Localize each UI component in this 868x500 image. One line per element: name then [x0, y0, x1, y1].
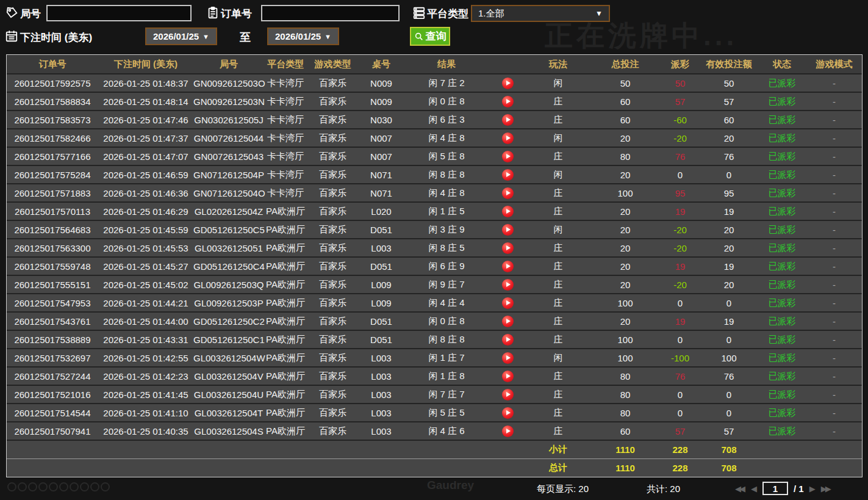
total-count-label: 共计: 20	[647, 484, 680, 495]
date-to-picker[interactable]: 2026/01/25 ▼	[267, 27, 339, 45]
game-type-cell: 百家乐	[307, 74, 359, 92]
valid-bet-cell: 20	[700, 129, 758, 147]
play-icon	[506, 99, 511, 104]
next-page-button[interactable]: ▶	[809, 484, 816, 493]
play-video-button[interactable]	[502, 407, 514, 419]
game-no-cell: GL0202612504Z	[193, 202, 264, 220]
query-button[interactable]: 查询	[410, 27, 450, 46]
status-badge: 已派彩	[758, 92, 806, 111]
table-no-cell: N009	[359, 92, 404, 111]
play-video-button[interactable]	[502, 389, 514, 400]
col-status: 状态	[758, 55, 806, 74]
result-cell: 闲 5 庄 5	[404, 404, 489, 422]
platform-cell: PA欧洲厅	[264, 349, 307, 367]
order-no-cell: 260125017564683	[7, 220, 98, 239]
play-video-button[interactable]	[502, 261, 514, 272]
play-video-button[interactable]	[502, 316, 514, 327]
play-video-button[interactable]	[502, 206, 514, 217]
game-type-cell: 百家乐	[307, 385, 359, 404]
chevron-down-icon: ▼	[203, 33, 209, 40]
platform-cell: PA欧洲厅	[264, 202, 307, 220]
game-no-input[interactable]	[46, 5, 192, 21]
status-badge: 已派彩	[758, 275, 806, 294]
game-mode-cell: -	[806, 422, 862, 440]
result-cell: 闲 3 庄 9	[404, 220, 489, 239]
platform-type-icon	[412, 6, 426, 20]
first-page-button[interactable]: ◀◀	[735, 484, 745, 493]
table-no-cell: D051	[359, 220, 404, 239]
play-video-button[interactable]	[502, 169, 514, 181]
status-badge: 已派彩	[758, 385, 806, 404]
play-video-button[interactable]	[502, 334, 514, 346]
play-video-button[interactable]	[502, 279, 514, 291]
valid-bet-cell: 95	[700, 184, 758, 202]
payout-cell: -20	[660, 239, 700, 257]
payout-cell: -20	[660, 220, 700, 239]
bet-type-cell: 庄	[526, 257, 590, 275]
play-video-button[interactable]	[502, 371, 514, 382]
bet-time-cell: 2026-01-25 01:45:59	[98, 220, 193, 239]
game-mode-cell: -	[806, 330, 862, 349]
subtotal-spacer	[758, 440, 862, 458]
bet-type-cell: 庄	[526, 202, 590, 220]
last-page-button[interactable]: ▶▶	[821, 484, 831, 493]
table-row: 260125017592575 2026-01-25 01:48:37 GN00…	[7, 74, 862, 92]
order-no-cell: 260125017527244	[7, 367, 98, 385]
bet-type-cell: 庄	[526, 147, 590, 165]
prev-page-button[interactable]: ◀	[751, 484, 757, 493]
game-no-cell: GD051261250C1	[193, 330, 264, 349]
table-row: 260125017527244 2026-01-25 01:42:23 GL00…	[7, 367, 862, 385]
table-no-cell: D051	[359, 330, 404, 349]
bet-time-cell: 2026-01-25 01:41:45	[98, 385, 193, 404]
payout-cell: 76	[660, 367, 700, 385]
play-video-button[interactable]	[502, 114, 514, 126]
game-type-cell: 百家乐	[307, 257, 359, 275]
filter-bar: 局号 订单号 平台类型 1.全部 ▼ 下注时间 (美东) 2026/01/25 …	[0, 0, 868, 54]
valid-bet-cell: 76	[700, 367, 758, 385]
total-bet-cell: 20	[590, 220, 660, 239]
date-from-picker[interactable]: 2026/01/25 ▼	[145, 27, 217, 45]
order-no-input[interactable]	[261, 5, 400, 21]
play-icon	[506, 410, 511, 415]
game-type-cell: 百家乐	[307, 294, 359, 312]
total-row: 总计 1110 228 708	[7, 458, 862, 477]
total-bet-cell: 20	[590, 239, 660, 257]
game-type-cell: 百家乐	[307, 349, 359, 367]
play-video-button[interactable]	[502, 426, 514, 437]
play-video-button[interactable]	[502, 187, 514, 199]
play-video-button[interactable]	[502, 297, 514, 309]
platform-cell: PA欧洲厅	[264, 422, 307, 440]
game-type-cell: 百家乐	[307, 202, 359, 220]
game-no-label: 局号	[20, 7, 41, 21]
valid-bet-cell: 60	[700, 111, 758, 129]
play-icon	[506, 374, 511, 379]
play-video-button[interactable]	[502, 352, 514, 364]
subtotal-spacer	[7, 440, 526, 458]
platform-cell: 卡卡湾厅	[264, 92, 307, 111]
play-video-button[interactable]	[502, 224, 514, 236]
status-badge: 已派彩	[758, 312, 806, 330]
game-mode-cell: -	[806, 165, 862, 184]
play-video-button[interactable]	[502, 78, 514, 89]
play-video-button[interactable]	[502, 242, 514, 254]
search-icon	[414, 32, 424, 42]
payout-cell: 19	[660, 312, 700, 330]
play-video-button[interactable]	[502, 96, 514, 107]
game-type-cell: 百家乐	[307, 275, 359, 294]
platform-cell: PA欧洲厅	[264, 294, 307, 312]
order-no-cell: 260125017582466	[7, 129, 98, 147]
payout-cell: -60	[660, 111, 700, 129]
payout-cell: -20	[660, 129, 700, 147]
platform-type-select[interactable]: 1.全部 ▼	[471, 5, 610, 22]
play-video-button[interactable]	[502, 151, 514, 162]
game-mode-cell: -	[806, 147, 862, 165]
page-total-label: / 1	[794, 484, 804, 494]
bet-type-cell: 庄	[526, 92, 590, 111]
bet-time-cell: 2026-01-25 01:41:10	[98, 404, 193, 422]
play-video-button[interactable]	[502, 132, 514, 144]
page-number-input[interactable]	[762, 482, 788, 495]
result-cell: 闲 8 庄 8	[404, 330, 489, 349]
table-row: 260125017570113 2026-01-25 01:46:29 GL02…	[7, 202, 862, 220]
table-no-cell: N071	[359, 184, 404, 202]
total-bet-cell: 100	[590, 294, 660, 312]
